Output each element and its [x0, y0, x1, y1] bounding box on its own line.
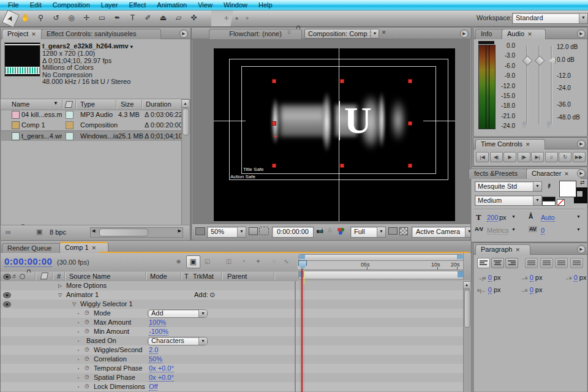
add-property-icon[interactable]: ⊙: [209, 291, 215, 299]
solo-column-icon[interactable]: [20, 274, 25, 279]
default-fill-swatch[interactable]: [542, 201, 556, 206]
panel-menu-icon[interactable]: ▶: [577, 140, 586, 148]
region-of-interest-icon[interactable]: [259, 227, 269, 235]
scroll-up-icon[interactable]: ▲: [182, 100, 189, 108]
chevron-down-icon[interactable]: ▼: [198, 337, 207, 345]
pen-tool[interactable]: ✒: [111, 12, 124, 24]
tab-effects-presets[interactable]: fects &Presets: [469, 168, 532, 179]
column-hash[interactable]: #: [57, 273, 61, 280]
zoom-tool[interactable]: ⚲: [34, 12, 47, 24]
twirl-icon[interactable]: ▽: [58, 292, 62, 298]
brainstorm-icon[interactable]: ✦: [252, 255, 265, 267]
draft-3d-icon[interactable]: ◱: [201, 255, 214, 267]
safe-guides-icon[interactable]: [249, 227, 258, 235]
property-dropdown[interactable]: Characters▼: [148, 337, 208, 345]
property-label[interactable]: Mode: [94, 309, 111, 317]
leading-value[interactable]: Auto: [541, 214, 555, 222]
column-trkmat[interactable]: TrkMat: [193, 273, 214, 280]
menu-animation[interactable]: Animation: [151, 1, 192, 9]
pane-divider[interactable]: [295, 281, 296, 392]
loop-button[interactable]: ↻: [559, 152, 571, 162]
kerning-value[interactable]: Metrics: [487, 227, 508, 235]
twirl-icon[interactable]: ▽: [72, 301, 76, 307]
row-label[interactable]: Wiggly Selector 1: [80, 300, 133, 307]
tab-time-controls[interactable]: Time Controls✕: [475, 139, 545, 149]
indent-first-line-field[interactable]: →≡0 px: [520, 274, 563, 282]
stopwatch-icon[interactable]: ◷: [85, 318, 89, 325]
rotation-tool[interactable]: ↺: [50, 12, 62, 24]
property-label[interactable]: Max Amount: [94, 318, 131, 326]
snapshot-icon[interactable]: 📷: [316, 227, 323, 233]
chevron-down-icon[interactable]: ▼: [579, 13, 587, 23]
transparency-grid-icon[interactable]: [399, 227, 408, 235]
view-dropdown[interactable]: Active Camera ▼: [412, 227, 474, 238]
layer-handle[interactable]: [408, 121, 412, 126]
stopwatch-icon[interactable]: ◷: [85, 374, 89, 380]
timeline-vscrollbar[interactable]: ▲: [463, 281, 472, 392]
sort-chevron-icon[interactable]: ▼: [53, 100, 58, 106]
menu-help[interactable]: Help: [253, 1, 278, 9]
timeline-row[interactable]: ◷Correlation50%: [1, 355, 463, 364]
footage-filename[interactable]: t_gears2_e32k8_h264.wmv ▾: [42, 42, 133, 50]
justify-last-center-button[interactable]: [540, 258, 553, 268]
layer-handle[interactable]: [272, 79, 276, 83]
row-label[interactable]: More Options: [66, 282, 107, 289]
column-name[interactable]: Name: [12, 100, 29, 108]
scroll-right-icon[interactable]: ▶: [178, 228, 181, 233]
first-frame-button[interactable]: |◀: [476, 152, 489, 162]
audio-level-slider[interactable]: [535, 56, 545, 66]
layer-handle[interactable]: [272, 121, 276, 126]
timeline-row[interactable]: ▽Wiggly Selector 1: [1, 300, 463, 309]
tab-composition[interactable]: Composition: Comp 1 ▼: [304, 29, 379, 39]
property-label[interactable]: Min Amount: [94, 328, 129, 335]
timeline-row[interactable]: ◷Spatial Phase0x +0.0°: [1, 373, 463, 383]
current-time-field[interactable]: 0:00:00:00: [4, 256, 52, 267]
layer-handle[interactable]: [272, 164, 276, 168]
tab-audio[interactable]: Audio✕: [502, 29, 546, 39]
new-composition-icon[interactable]: ▣: [36, 228, 42, 236]
chevron-down-icon[interactable]: ▼: [198, 310, 207, 317]
work-area-end[interactable]: [458, 271, 463, 277]
anchor-point-icon[interactable]: ✛: [273, 134, 278, 140]
menu-layer[interactable]: Layer: [96, 1, 124, 9]
stamp-tool[interactable]: ⏏: [157, 12, 170, 24]
property-label[interactable]: Spatial Phase: [94, 374, 135, 381]
type-tool[interactable]: T: [126, 12, 139, 24]
no-color-swatch[interactable]: [557, 199, 565, 206]
chevron-down-icon[interactable]: ▼: [533, 196, 541, 205]
layer-handle[interactable]: [408, 79, 412, 83]
align-center-button[interactable]: [491, 258, 504, 268]
show-snapshot-icon[interactable]: ♙: [327, 227, 333, 233]
rectangle-tool[interactable]: ▭: [96, 12, 108, 24]
property-value[interactable]: 2.0: [149, 346, 158, 354]
motion-blur-icon[interactable]: ◔: [237, 255, 250, 267]
timeline-row[interactable]: ◷Temporal Phase0x +0.0°: [1, 364, 463, 374]
align-left-button[interactable]: [477, 258, 490, 268]
pan-behind-tool[interactable]: ✛: [80, 12, 93, 24]
eye-icon[interactable]: [3, 292, 11, 298]
project-vscrollbar[interactable]: ▲: [181, 99, 190, 240]
tracking-value[interactable]: 0: [541, 227, 545, 235]
live-update-icon[interactable]: ▣: [186, 255, 200, 268]
layer-handle[interactable]: [408, 164, 412, 168]
label-chip[interactable]: [66, 111, 74, 119]
view-axis-icon[interactable]: ⌖: [243, 12, 252, 24]
indent-left-field[interactable]: →|≡0 px: [477, 274, 520, 282]
panel-menu-icon[interactable]: ▶: [179, 29, 188, 38]
work-area-bar[interactable]: [298, 271, 464, 279]
property-value[interactable]: -100%: [149, 328, 168, 336]
property-value[interactable]: 0x +0.0°: [149, 374, 174, 382]
stopwatch-icon[interactable]: ◷: [85, 328, 89, 334]
layer-handle[interactable]: [340, 164, 344, 168]
magnification-dropdown[interactable]: 50% ▼: [207, 227, 246, 238]
space-before-field[interactable]: ≡|←0 px: [477, 286, 520, 295]
world-axis-icon[interactable]: ●: [232, 12, 241, 24]
property-value[interactable]: 50%: [149, 355, 162, 363]
auto-keyframe-icon[interactable]: ◌: [268, 255, 281, 267]
stopwatch-icon[interactable]: ◷: [85, 309, 89, 315]
space-after-field[interactable]: →≡0 px: [520, 286, 563, 295]
hand-tool[interactable]: ✋: [19, 12, 32, 24]
frame-blend-icon[interactable]: ◫: [222, 255, 235, 267]
chevron-down-icon[interactable]: ▼: [511, 227, 516, 232]
workspace-dropdown[interactable]: Standard ▼: [512, 13, 588, 24]
